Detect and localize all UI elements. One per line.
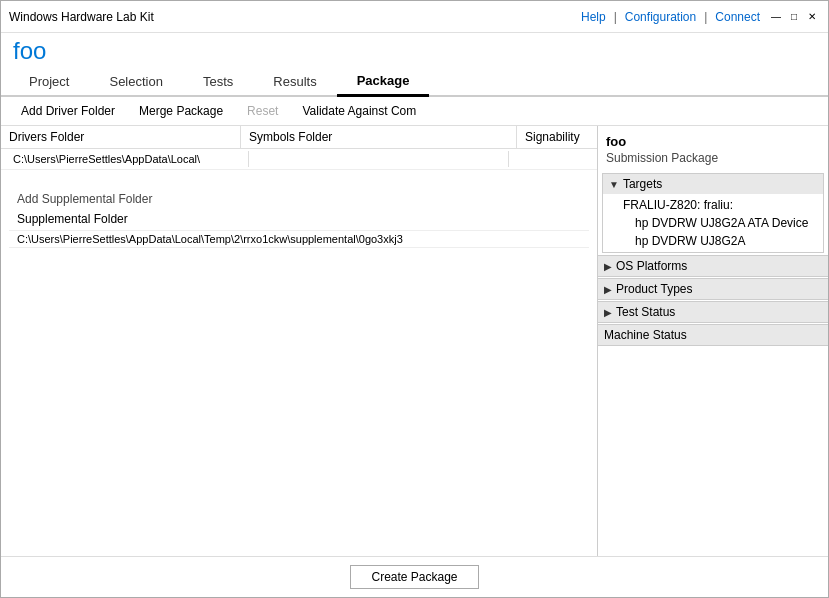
add-driver-folder-button[interactable]: Add Driver Folder <box>9 101 127 121</box>
supplemental-section: Add Supplemental Folder Supplemental Fol… <box>1 182 597 252</box>
supplemental-path-value: C:\Users\PierreSettles\AppData\Local\Tem… <box>9 231 589 248</box>
driver-path-value <box>9 151 249 167</box>
product-types-header[interactable]: ▶ Product Types <box>598 279 828 299</box>
title-bar: Windows Hardware Lab Kit Help | Configur… <box>1 1 828 33</box>
tab-results[interactable]: Results <box>253 67 336 95</box>
test-status-label: Test Status <box>616 305 675 319</box>
product-types-row: ▶ Product Types <box>598 278 828 300</box>
title-bar-actions: Help | Configuration | Connect — □ ✕ <box>581 9 820 25</box>
machine-status-row: Machine Status <box>598 324 828 346</box>
tab-selection[interactable]: Selection <box>89 67 182 95</box>
add-supplemental-link[interactable]: Add Supplemental Folder <box>9 186 589 208</box>
target-item-2: hp DVDRW UJ8G2A <box>603 232 823 250</box>
os-platforms-row: ▶ OS Platforms <box>598 255 828 277</box>
test-status-row: ▶ Test Status <box>598 301 828 323</box>
window-controls: — □ ✕ <box>768 9 820 25</box>
col-symbols-folder: Symbols Folder <box>241 126 517 148</box>
configuration-link[interactable]: Configuration <box>625 10 696 24</box>
driver-path-row <box>1 149 597 170</box>
reset-button[interactable]: Reset <box>235 101 290 121</box>
minimize-button[interactable]: — <box>768 9 784 25</box>
left-panel: Drivers Folder Symbols Folder Signabilit… <box>1 126 598 556</box>
targets-header[interactable]: ▼ Targets <box>603 174 823 194</box>
restore-button[interactable]: □ <box>786 9 802 25</box>
os-platforms-label: OS Platforms <box>616 259 687 273</box>
tab-bar: Project Selection Tests Results Package <box>1 67 828 97</box>
toolbar: Add Driver Folder Merge Package Reset Va… <box>1 97 828 126</box>
target-item-1: hp DVDRW UJ8G2A ATA Device <box>603 214 823 232</box>
product-types-label: Product Types <box>616 282 693 296</box>
driver-path-input[interactable] <box>13 153 244 165</box>
os-platforms-header[interactable]: ▶ OS Platforms <box>598 256 828 276</box>
os-platforms-expand-icon: ▶ <box>604 261 612 272</box>
col-drivers-folder: Drivers Folder <box>1 126 241 148</box>
main-window: Windows Hardware Lab Kit Help | Configur… <box>0 0 829 598</box>
tab-package[interactable]: Package <box>337 67 430 97</box>
machine-status-label: Machine Status <box>604 328 687 342</box>
test-status-expand-icon: ▶ <box>604 307 612 318</box>
tab-tests[interactable]: Tests <box>183 67 253 95</box>
targets-section: ▼ Targets FRALIU-Z820: fraliu: hp DVDRW … <box>602 173 824 253</box>
tab-project[interactable]: Project <box>9 67 89 95</box>
right-panel: foo Submission Package ▼ Targets FRALIU-… <box>598 126 828 556</box>
targets-collapse-icon: ▼ <box>609 179 619 190</box>
machine-status-header[interactable]: Machine Status <box>598 325 828 345</box>
targets-body: FRALIU-Z820: fraliu: hp DVDRW UJ8G2A ATA… <box>603 194 823 252</box>
help-link[interactable]: Help <box>581 10 606 24</box>
supplemental-folder-label: Supplemental Folder <box>9 208 589 231</box>
sep2: | <box>704 10 707 24</box>
main-content: Drivers Folder Symbols Folder Signabilit… <box>1 126 828 556</box>
sep1: | <box>614 10 617 24</box>
columns-header: Drivers Folder Symbols Folder Signabilit… <box>1 126 597 149</box>
rp-subtitle: Submission Package <box>598 151 828 173</box>
validate-against-button[interactable]: Validate Against Com <box>290 101 428 121</box>
rp-title: foo <box>598 134 828 151</box>
close-button[interactable]: ✕ <box>804 9 820 25</box>
product-types-expand-icon: ▶ <box>604 284 612 295</box>
col-signability: Signability <box>517 126 597 148</box>
test-status-header[interactable]: ▶ Test Status <box>598 302 828 322</box>
merge-package-button[interactable]: Merge Package <box>127 101 235 121</box>
footer-bar: Create Package <box>1 556 828 597</box>
targets-label: Targets <box>623 177 662 191</box>
target-item-0: FRALIU-Z820: fraliu: <box>603 196 823 214</box>
connect-link[interactable]: Connect <box>715 10 760 24</box>
app-title: Windows Hardware Lab Kit <box>9 10 154 24</box>
app-name-label: foo <box>1 33 828 67</box>
create-package-button[interactable]: Create Package <box>350 565 478 589</box>
